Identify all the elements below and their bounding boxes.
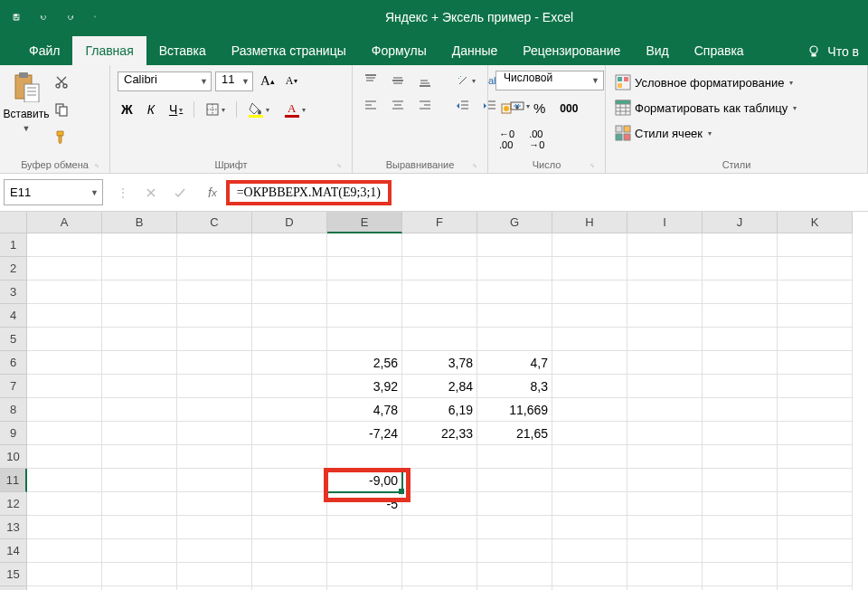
align-top-icon[interactable] — [360, 71, 382, 90]
cell[interactable] — [552, 422, 627, 445]
cell[interactable] — [627, 233, 703, 257]
cell[interactable] — [477, 469, 552, 492]
cell[interactable] — [703, 281, 778, 304]
cell[interactable] — [27, 328, 102, 351]
cell[interactable] — [327, 516, 402, 539]
align-center-icon[interactable] — [387, 96, 409, 116]
cell[interactable] — [327, 328, 402, 351]
cell[interactable] — [27, 539, 102, 563]
cell[interactable] — [27, 375, 102, 398]
cell[interactable] — [778, 516, 853, 539]
cell[interactable] — [627, 563, 703, 586]
column-header[interactable]: F — [402, 212, 477, 233]
cell[interactable] — [252, 539, 327, 563]
cell[interactable] — [477, 257, 552, 281]
cell[interactable]: 3,78 — [402, 351, 477, 375]
conditional-formatting-button[interactable]: Условное форматирование▾ — [613, 72, 795, 92]
cell[interactable]: 2,84 — [402, 375, 477, 398]
cell[interactable] — [703, 233, 778, 257]
font-launcher-icon[interactable] — [334, 160, 344, 171]
cell[interactable] — [477, 539, 552, 563]
column-header[interactable]: E — [327, 212, 402, 233]
column-header[interactable]: I — [627, 212, 703, 233]
cell[interactable] — [778, 563, 853, 586]
cell[interactable] — [402, 281, 477, 304]
cell[interactable] — [627, 492, 703, 516]
tab-home[interactable]: Главная — [72, 36, 146, 65]
cell[interactable] — [102, 492, 177, 516]
enter-icon[interactable] — [170, 184, 190, 202]
cell[interactable] — [177, 492, 252, 516]
cell[interactable] — [402, 516, 477, 539]
row-header[interactable]: 8 — [0, 398, 27, 422]
tell-me-label[interactable]: Что в — [827, 44, 859, 59]
cut-icon[interactable] — [51, 72, 72, 92]
cell[interactable] — [327, 257, 402, 281]
accounting-format-icon[interactable]: ▾ — [495, 99, 523, 119]
tab-page-layout[interactable]: Разметка страницы — [219, 36, 359, 65]
font-size-select[interactable]: 11▼ — [215, 71, 253, 91]
name-box[interactable]: E11 ▼ — [4, 179, 103, 205]
cell-styles-button[interactable]: Стили ячеек▾ — [613, 123, 713, 143]
cell[interactable] — [252, 398, 327, 422]
cell[interactable] — [402, 445, 477, 469]
cell[interactable] — [252, 281, 327, 304]
format-painter-icon[interactable] — [51, 127, 72, 147]
cell[interactable] — [252, 445, 327, 469]
cell[interactable] — [177, 445, 252, 469]
formula-input[interactable]: =ОКРВВЕРХ.МАТ(E9;3;1) — [226, 179, 861, 205]
bold-button[interactable]: Ж — [118, 100, 137, 119]
cell[interactable] — [177, 257, 252, 281]
cell[interactable] — [703, 492, 778, 516]
tab-view[interactable]: Вид — [633, 36, 681, 65]
cell[interactable] — [552, 563, 627, 586]
cell[interactable] — [778, 492, 853, 516]
cell[interactable] — [703, 398, 778, 422]
cell[interactable] — [102, 328, 177, 351]
cell[interactable] — [703, 563, 778, 586]
decrease-decimal-icon[interactable]: .00→0 — [525, 126, 548, 153]
cell[interactable] — [102, 422, 177, 445]
cell[interactable] — [27, 398, 102, 422]
increase-decimal-icon[interactable]: ←0.00 — [495, 126, 518, 153]
cell[interactable] — [778, 233, 853, 257]
qat-customize-icon[interactable] — [90, 10, 99, 24]
cell[interactable] — [552, 516, 627, 539]
cell[interactable] — [552, 233, 627, 257]
cell[interactable] — [627, 304, 703, 328]
cell[interactable] — [327, 281, 402, 304]
cell[interactable] — [252, 351, 327, 375]
cell[interactable] — [552, 351, 627, 375]
cell[interactable] — [177, 233, 252, 257]
insert-function-icon[interactable]: fx — [201, 179, 224, 205]
cell[interactable] — [627, 328, 703, 351]
cell[interactable] — [477, 304, 552, 328]
cell[interactable] — [102, 351, 177, 375]
cell[interactable] — [177, 469, 252, 492]
cell[interactable] — [402, 563, 477, 586]
cell[interactable] — [327, 233, 402, 257]
row-header[interactable]: 2 — [0, 257, 27, 281]
cell[interactable] — [778, 304, 853, 328]
cell[interactable] — [27, 233, 102, 257]
row-header[interactable]: 6 — [0, 351, 27, 375]
cell[interactable] — [402, 492, 477, 516]
cell[interactable] — [552, 445, 627, 469]
cell[interactable] — [402, 586, 477, 590]
row-header[interactable]: 13 — [0, 516, 27, 539]
tab-file[interactable]: Файл — [16, 36, 72, 65]
cell[interactable] — [552, 281, 627, 304]
cell[interactable] — [477, 233, 552, 257]
cell[interactable] — [102, 375, 177, 398]
cell[interactable] — [27, 281, 102, 304]
cell[interactable] — [27, 469, 102, 492]
cell[interactable]: -9,00 — [327, 469, 402, 492]
cell[interactable] — [552, 328, 627, 351]
cell[interactable] — [778, 422, 853, 445]
undo-icon[interactable] — [36, 10, 51, 24]
row-header[interactable]: 15 — [0, 563, 27, 586]
fill-color-icon[interactable]: ▾ — [244, 99, 273, 120]
comma-icon[interactable]: 000 — [556, 100, 581, 118]
cell[interactable] — [627, 281, 703, 304]
column-header[interactable]: J — [703, 212, 778, 233]
